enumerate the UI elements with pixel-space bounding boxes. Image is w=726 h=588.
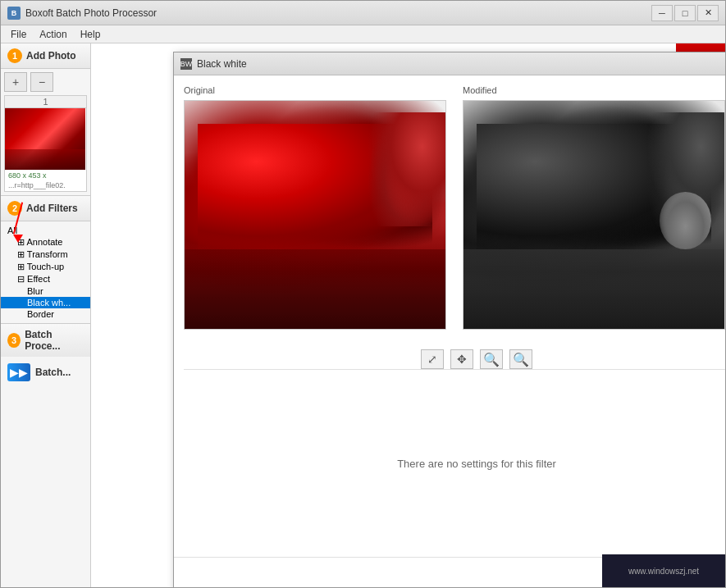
dialog-icon: BW [180, 58, 192, 70]
menu-file[interactable]: File [4, 27, 33, 42]
fit-view-button[interactable]: ⤢ [421, 349, 444, 369]
settings-area: There are no settings for this filter [184, 369, 725, 547]
step3-number: 3 [7, 333, 21, 348]
preview-section: Original [184, 85, 725, 330]
modified-image [463, 100, 725, 330]
watermark: www.windowszj.net [602, 554, 725, 587]
step2-section: 2 Add Filters All ⊞ Annotate ⊞ Transform… [1, 196, 90, 324]
modified-panel: Modified [463, 85, 725, 330]
step1-header[interactable]: 1 Add Photo [1, 43, 90, 69]
right-content: BW Black white ✕ Original [91, 43, 725, 587]
sidebar: 1 Add Photo + − 1 680 x 453 x ...r=http_… [1, 43, 91, 587]
tree-blackwhite[interactable]: Black wh... [1, 297, 90, 308]
step2-label: Add Filters [26, 203, 78, 214]
no-settings-text: There are no settings for this filter [397, 458, 556, 470]
original-label: Original [184, 85, 215, 95]
add-photo-button[interactable]: + [4, 72, 27, 92]
tree-border[interactable]: Border [1, 308, 90, 320]
step3-header[interactable]: 3 Batch Proce... [1, 324, 90, 357]
batch-label[interactable]: Batch... [35, 367, 71, 378]
photo-number: 1 [5, 96, 86, 108]
photo-info: 680 x 453 x [5, 170, 86, 181]
menu-action[interactable]: Action [33, 27, 73, 42]
photo-thumbnail[interactable] [5, 108, 85, 170]
tree-touchup[interactable]: ⊞ Touch-up [1, 261, 90, 273]
main-content: 1 Add Photo + − 1 680 x 453 x ...r=http_… [1, 43, 725, 587]
zoom-in-button[interactable]: 🔍 [480, 349, 503, 369]
modified-label: Modified [463, 85, 497, 95]
tree-blur[interactable]: Blur [1, 285, 90, 297]
rose-bw-visual [463, 101, 724, 329]
watermark-text: www.windowszj.net [628, 567, 699, 576]
minimize-button[interactable]: ─ [651, 5, 673, 21]
menu-bar: File Action Help [1, 25, 725, 43]
step2-header[interactable]: 2 Add Filters [1, 196, 90, 221]
main-window: B Boxoft Batch Photo Processor ─ □ ✕ Fil… [0, 0, 726, 588]
dialog-title-text: Black white [197, 58, 725, 70]
photo-toolbar: + − [4, 72, 87, 92]
tree-transform[interactable]: ⊞ Transform [1, 248, 90, 261]
tree-effect[interactable]: ⊟ Effect [1, 273, 90, 285]
window-controls: ─ □ ✕ [651, 5, 719, 21]
maximize-button[interactable]: □ [674, 5, 696, 21]
expand-icon: ⊞ [17, 262, 27, 271]
expand-icon: ⊞ [17, 249, 27, 259]
preview-toolbar: ⤢ ✥ 🔍 🔍 [184, 349, 725, 369]
expand-icon: ⊟ [17, 274, 27, 284]
batch-icon: ▶▶ [7, 363, 30, 381]
step1-label: Add Photo [26, 50, 76, 62]
move-tool-button[interactable]: ✥ [450, 349, 473, 369]
title-bar: B Boxoft Batch Photo Processor ─ □ ✕ [1, 1, 725, 25]
photo-item: 1 680 x 453 x ...r=http___file02. [4, 95, 87, 192]
batch-button-area: ▶▶ Batch... [1, 357, 90, 388]
menu-help[interactable]: Help [74, 27, 107, 42]
rose-original-visual [185, 101, 445, 329]
dialog-content: Original [174, 75, 725, 557]
remove-photo-button[interactable]: − [30, 72, 53, 92]
photo-path: ...r=http___file02. [5, 181, 86, 191]
original-panel: Original [184, 85, 446, 330]
step3-label: Batch Proce... [25, 329, 84, 352]
original-image [184, 100, 446, 330]
step1-number: 1 [7, 48, 22, 63]
step1-section: 1 Add Photo + − 1 680 x 453 x ...r=http_… [1, 43, 90, 196]
app-icon: B [7, 7, 21, 20]
dialog-titlebar: BW Black white ✕ [174, 52, 725, 75]
photo-area: + − 1 680 x 453 x ...r=http___file02. [1, 69, 90, 195]
zoom-out-button[interactable]: 🔍 [509, 349, 532, 369]
close-button[interactable]: ✕ [697, 5, 719, 21]
app-title: Boxoft Batch Photo Processor [25, 7, 651, 19]
dialog-blackwhite: BW Black white ✕ Original [173, 52, 725, 587]
